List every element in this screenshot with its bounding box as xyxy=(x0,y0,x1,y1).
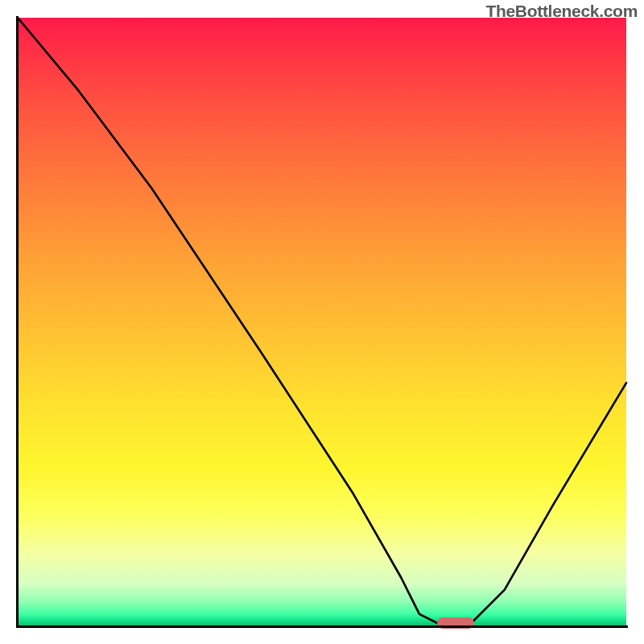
plot-area xyxy=(18,18,626,626)
optimum-marker xyxy=(437,617,474,629)
bottleneck-curve xyxy=(18,18,626,626)
curve-svg xyxy=(18,18,626,626)
